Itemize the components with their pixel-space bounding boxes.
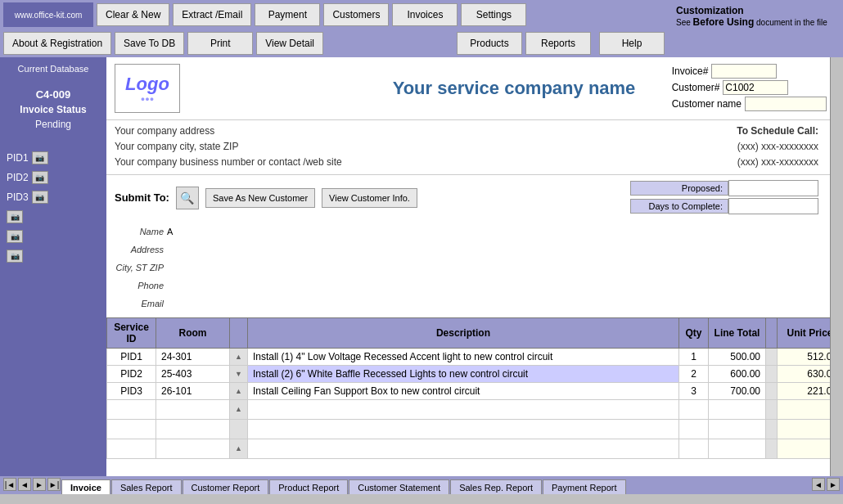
payment-button[interactable]: Payment: [255, 3, 320, 26]
service-icon-5[interactable]: 📷: [7, 230, 23, 243]
address-label: Address: [115, 241, 164, 259]
th-room: Room: [156, 317, 230, 348]
row1-id: PID1: [107, 348, 156, 365]
company-address-2: Your company city, state ZIP: [115, 139, 737, 155]
invoice-number-input[interactable]: [711, 64, 777, 79]
service-row-6: 📷: [3, 248, 103, 264]
service-icon-6[interactable]: 📷: [7, 250, 23, 263]
company-address-1: Your company address: [115, 124, 737, 139]
invoice-number-label: Invoice#: [672, 65, 709, 77]
empty-row2-scroll2: [766, 419, 778, 439]
invoice-id: C4-009: [36, 88, 71, 101]
scrollbar-right[interactable]: [830, 57, 843, 494]
tab-customer-report[interactable]: Customer Report: [183, 479, 269, 494]
tab-scroll-right[interactable]: ►: [827, 478, 840, 491]
tab-customer-statement[interactable]: Customer Statement: [349, 479, 449, 494]
tab-scroll-left[interactable]: ◄: [812, 478, 825, 491]
tab-product-report[interactable]: Product Report: [269, 479, 348, 494]
invoice-table-wrapper: Service ID Room Description Qty Line Tot…: [106, 314, 843, 459]
row2-line-total: 600.00: [709, 365, 766, 382]
service-icon-2[interactable]: 📷: [32, 171, 48, 184]
tab-last-button[interactable]: ►|: [47, 478, 61, 491]
service-row-1: PID1 📷: [3, 150, 103, 166]
customer-number-label: Customer#: [672, 82, 720, 93]
products-button[interactable]: Products: [457, 32, 522, 55]
schedule-call-label: To Schedule Call:: [737, 124, 818, 139]
table-row: PID3 26-101 ▲ Install Ceiling Fan Suppor…: [107, 382, 843, 399]
phone-2: (xxx) xxx-xxxxxxxx: [737, 155, 818, 170]
th-scroll-2: [766, 317, 778, 348]
row2-room: 25-403: [156, 365, 230, 382]
tab-prev-button[interactable]: ◄: [18, 478, 31, 491]
row3-scroll: ▲: [230, 382, 248, 399]
reports-button[interactable]: Reports: [525, 32, 591, 55]
tab-sales-report[interactable]: Sales Report: [111, 479, 182, 494]
about-registration-button[interactable]: About & Registration: [3, 32, 111, 55]
th-line-total: Line Total: [709, 317, 766, 348]
row3-room: 26-101: [156, 382, 230, 399]
current-database-label: Current Database: [18, 64, 89, 74]
customer-name-label: Customer name: [672, 98, 742, 110]
row3-scroll2: [766, 382, 778, 399]
customer-number-input[interactable]: [723, 80, 788, 95]
phone-1: (xxx) xxx-xxxxxxxx: [737, 139, 818, 155]
th-service-id: Service ID: [107, 317, 156, 348]
row3-id: PID3: [107, 382, 156, 399]
print-button[interactable]: Print: [187, 32, 253, 55]
save-to-db-button[interactable]: Save To DB: [115, 32, 184, 55]
tab-next-button[interactable]: ►: [33, 478, 46, 491]
invoices-button[interactable]: Invoices: [392, 3, 458, 26]
th-scroll-1: [230, 317, 248, 348]
service-id-3: PID3: [7, 191, 29, 203]
table-row-empty: ▲: [107, 439, 843, 458]
logo-sub: ●●●: [125, 95, 169, 103]
save-new-customer-button[interactable]: Save As New Customer: [205, 188, 315, 208]
row3-description[interactable]: Install Ceiling Fan Support Box to new c…: [247, 382, 678, 399]
row1-scroll: ▲: [230, 348, 248, 365]
email-label: Email: [115, 295, 164, 313]
logo-box: Logo ●●●: [115, 64, 180, 113]
row2-id: PID2: [107, 365, 156, 382]
settings-button[interactable]: Settings: [461, 3, 526, 26]
th-qty: Qty: [679, 317, 709, 348]
help-button[interactable]: Help: [599, 32, 665, 55]
company-address-3: Your company business number or contact …: [115, 155, 737, 170]
service-id-2: PID2: [7, 172, 29, 183]
table-row-empty: [107, 419, 843, 439]
proposed-input[interactable]: [728, 180, 818, 196]
row1-line-total: 500.00: [709, 348, 766, 365]
service-icon-3[interactable]: 📷: [32, 191, 48, 204]
row2-description[interactable]: Install (2) 6" White Baffle Recessed Lig…: [247, 365, 678, 382]
tab-payment-report[interactable]: Payment Report: [543, 479, 625, 494]
row2-qty: 2: [679, 365, 709, 382]
service-row-2: PID2 📷: [3, 169, 103, 186]
empty-row3-scroll: ▲: [230, 439, 248, 458]
bottom-tabs-bar: |◄ ◄ ► ►| Invoice Sales Report Customer …: [0, 476, 843, 494]
customer-name-input[interactable]: [745, 97, 827, 111]
view-customer-info-button[interactable]: View Customer Info.: [322, 188, 417, 208]
clear-new-button[interactable]: Clear & New: [97, 3, 169, 26]
row1-description[interactable]: Install (1) 4" Low Voltage Recessed Acce…: [247, 348, 678, 365]
tab-first-button[interactable]: |◄: [3, 478, 16, 491]
customers-button[interactable]: Customers: [323, 3, 389, 26]
sidebar: Current Database C4-009 Invoice Status P…: [0, 57, 106, 494]
row3-qty: 3: [679, 382, 709, 399]
view-detail-button[interactable]: View Detail: [256, 32, 323, 55]
site-logo: www.office-kit.com: [3, 2, 93, 27]
tab-invoice[interactable]: Invoice: [61, 479, 110, 494]
row1-room: 24-301: [156, 348, 230, 365]
tab-scroll-right-area: ◄ ►: [812, 478, 840, 493]
extract-email-button[interactable]: Extract /Email: [173, 3, 251, 26]
magnify-icon[interactable]: 🔍: [176, 187, 199, 209]
row1-scroll2: [766, 348, 778, 365]
name-value: A: [167, 223, 173, 241]
service-icon-1[interactable]: 📷: [32, 151, 48, 164]
logo-text: Logo: [125, 74, 169, 95]
service-icon-4[interactable]: 📷: [7, 210, 23, 223]
days-to-complete-input[interactable]: [728, 198, 818, 214]
phone-label: Phone: [115, 277, 164, 295]
company-info-section: Your company address Your company city, …: [106, 120, 843, 174]
invoice-table: Service ID Room Description Qty Line Tot…: [106, 317, 843, 459]
tab-sales-rep-report[interactable]: Sales Rep. Report: [450, 479, 542, 494]
customization-panel: Customization See Before Using document …: [671, 0, 843, 57]
